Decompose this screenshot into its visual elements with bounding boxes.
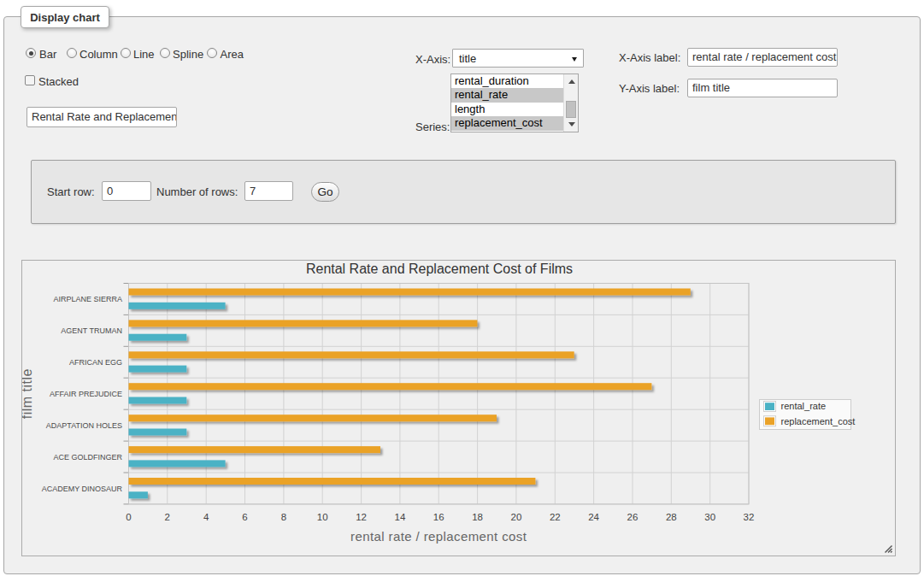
svg-text:28: 28 bbox=[666, 512, 677, 522]
svg-text:AFFAIR PREJUDICE: AFFAIR PREJUDICE bbox=[50, 390, 122, 398]
svg-text:replacement_cost: replacement_cost bbox=[781, 416, 856, 426]
svg-text:ACADEMY DINOSAUR: ACADEMY DINOSAUR bbox=[42, 485, 123, 493]
svg-text:16: 16 bbox=[433, 512, 444, 522]
svg-text:Rental Rate and Replacement Co: Rental Rate and Replacement Cost of Film… bbox=[306, 262, 573, 276]
svg-text:2: 2 bbox=[165, 512, 170, 522]
svg-text:film title: film title bbox=[22, 368, 34, 419]
svg-text:AIRPLANE SIERRA: AIRPLANE SIERRA bbox=[53, 295, 122, 303]
svg-text:4: 4 bbox=[203, 512, 209, 522]
svg-text:6: 6 bbox=[242, 512, 247, 522]
svg-text:24: 24 bbox=[588, 512, 599, 522]
svg-text:ADAPTATION HOLES: ADAPTATION HOLES bbox=[46, 421, 122, 430]
svg-text:8: 8 bbox=[281, 512, 286, 522]
svg-text:26: 26 bbox=[627, 512, 639, 522]
svg-text:12: 12 bbox=[356, 512, 367, 522]
svg-text:0: 0 bbox=[126, 512, 131, 522]
svg-text:30: 30 bbox=[704, 512, 715, 522]
svg-text:AFRICAN EGG: AFRICAN EGG bbox=[69, 358, 122, 367]
svg-text:10: 10 bbox=[317, 512, 328, 522]
svg-text:22: 22 bbox=[550, 512, 561, 522]
svg-text:AGENT TRUMAN: AGENT TRUMAN bbox=[61, 326, 122, 335]
svg-text:20: 20 bbox=[511, 512, 522, 522]
svg-text:14: 14 bbox=[395, 512, 406, 522]
svg-text:18: 18 bbox=[472, 512, 483, 522]
svg-text:rental_rate: rental_rate bbox=[781, 401, 827, 411]
svg-text:32: 32 bbox=[744, 512, 755, 522]
svg-text:rental rate / replacement cost: rental rate / replacement cost bbox=[350, 529, 527, 544]
svg-text:ACE GOLDFINGER: ACE GOLDFINGER bbox=[53, 453, 122, 461]
